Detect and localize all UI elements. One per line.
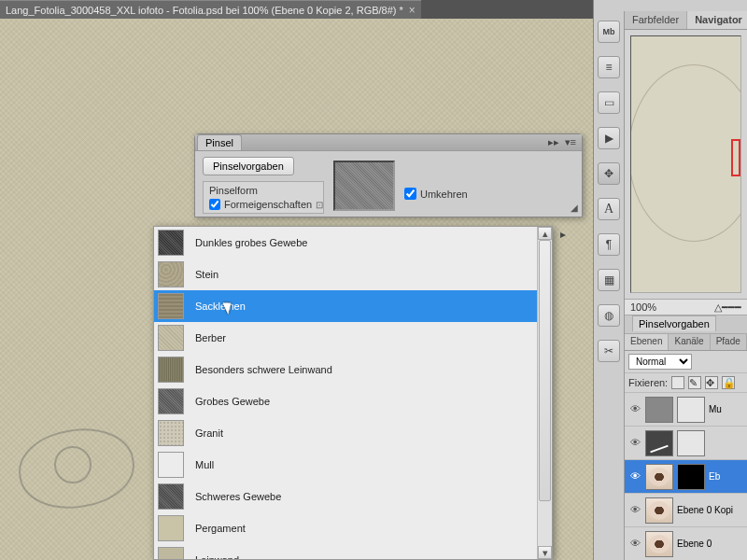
layer-thumbnail[interactable]: [645, 531, 673, 557]
texture-item[interactable]: Stein: [154, 259, 537, 290]
lock-transparency-icon[interactable]: [671, 376, 684, 389]
layer-thumbnail[interactable]: [677, 464, 705, 490]
visibility-icon[interactable]: 👁: [628, 470, 641, 483]
scroll-down-button[interactable]: ▾: [538, 546, 552, 559]
texture-item[interactable]: Besonders schwere Leinwand: [154, 354, 537, 385]
navigator-preview[interactable]: [630, 35, 741, 293]
tab-navigator[interactable]: Navigator: [687, 11, 747, 29]
scrollbar[interactable]: ▴ ▾: [537, 227, 552, 559]
lock-position-icon[interactable]: ✥: [705, 376, 718, 389]
texture-item[interactable]: Pergament: [154, 512, 537, 544]
history-tool-icon[interactable]: ▭: [598, 91, 620, 114]
mb-tool-icon[interactable]: Mb: [598, 21, 620, 43]
layer-row[interactable]: 👁Ebene 0: [625, 527, 747, 560]
texture-swatch: [158, 388, 184, 414]
texture-item[interactable]: Grobes Gewebe: [154, 385, 537, 417]
info-tool-icon[interactable]: ◍: [598, 304, 620, 327]
visibility-icon[interactable]: 👁: [628, 504, 641, 517]
adjust-icon: ⊡: [316, 200, 323, 210]
texture-label: Mull: [195, 459, 214, 470]
invert-input[interactable]: [404, 188, 416, 200]
layers-tabs: Ebenen Kanäle Pfade: [625, 334, 747, 351]
texture-swatch: [158, 357, 184, 383]
tab-layers[interactable]: Ebenen: [625, 334, 669, 350]
brush-panel-header[interactable]: Pinsel ▸▸ ▾≡: [195, 134, 582, 151]
brush-shape-title: Pinselform: [209, 185, 317, 196]
form-properties-input[interactable]: [209, 199, 220, 210]
file-tab[interactable]: Lang_Fotolia_3000458_XXL iofoto - Fotoli…: [0, 0, 421, 19]
scroll-thumb[interactable]: [539, 240, 551, 501]
texture-label: Berber: [195, 332, 226, 343]
texture-picker: Dunkles grobes GewebeSteinSackleinenBerb…: [153, 226, 553, 560]
layer-row[interactable]: 👁Eb: [625, 460, 747, 494]
layer-thumbnail[interactable]: [645, 497, 673, 524]
navigator-viewport-box[interactable]: [731, 139, 740, 176]
brush-presets-button[interactable]: Pinselvorgaben: [203, 157, 294, 175]
texture-item[interactable]: Schweres Gewebe: [154, 481, 537, 512]
lock-pixels-icon[interactable]: ✎: [688, 376, 701, 389]
texture-label: Granit: [195, 427, 223, 439]
panel-collapse-icon[interactable]: ▸▸: [548, 136, 559, 148]
swatch-tool-icon[interactable]: ▦: [598, 269, 620, 291]
actions-tool-icon[interactable]: ▶: [598, 127, 620, 149]
layer-row[interactable]: 👁: [625, 427, 747, 460]
layer-name[interactable]: Mu: [709, 404, 722, 414]
brush-tab[interactable]: Pinsel: [197, 134, 242, 150]
layer-thumbnail[interactable]: [645, 397, 673, 423]
texture-swatch: [158, 547, 184, 560]
invert-checkbox[interactable]: Umkehren: [404, 174, 468, 214]
texture-label: Dunkles grobes Gewebe: [195, 237, 307, 248]
layer-row[interactable]: 👁Ebene 0 Kopi: [625, 494, 747, 527]
visibility-icon[interactable]: 👁: [628, 403, 641, 416]
texture-label: Stein: [195, 269, 218, 280]
zoom-slider-icon[interactable]: △━━━: [714, 301, 741, 314]
texture-item[interactable]: Sackleinen: [154, 290, 537, 322]
texture-label: Grobes Gewebe: [195, 396, 270, 407]
texture-swatch: [158, 293, 184, 319]
texture-swatch: [158, 261, 184, 287]
layer-thumbnail[interactable]: [645, 464, 673, 490]
type-tool-icon[interactable]: A: [598, 198, 620, 220]
tab-paths[interactable]: Pfade: [711, 334, 747, 350]
paragraph-tool-icon[interactable]: ¶: [598, 233, 620, 256]
tab-channels[interactable]: Kanäle: [669, 334, 710, 350]
file-tab-bar: Lang_Fotolia_3000458_XXL iofoto - Fotoli…: [0, 0, 593, 19]
layer-name[interactable]: Ebene 0: [677, 539, 712, 549]
visibility-icon[interactable]: 👁: [628, 538, 641, 551]
zoom-value[interactable]: 100%: [630, 301, 656, 313]
blend-mode-select[interactable]: Normal: [628, 354, 692, 370]
texture-label: Sackleinen: [195, 301, 246, 312]
layer-row[interactable]: 👁Mu: [625, 393, 747, 427]
layer-name[interactable]: Eb: [709, 471, 720, 482]
texture-label: Schweres Gewebe: [195, 491, 281, 502]
texture-label: Leinwand: [195, 554, 239, 560]
texture-preview[interactable]: [333, 161, 395, 211]
form-properties-checkbox[interactable]: Formeigenschaften ⊡: [209, 199, 317, 210]
tab-swatches[interactable]: Farbfelder: [625, 11, 687, 29]
right-dock: Mb ≡ ▭ ▶ ✥ A ¶ ▦ ◍ ✂ Farbfelder Navigato…: [593, 0, 747, 560]
lock-all-icon[interactable]: 🔒: [722, 376, 735, 389]
texture-swatch: [158, 325, 184, 351]
close-icon[interactable]: ×: [409, 4, 416, 17]
panel-menu-icon[interactable]: ▾≡: [565, 136, 576, 148]
navigator-tabs: Farbfelder Navigator: [625, 11, 747, 30]
picker-arrow-icon[interactable]: ◢: [571, 203, 578, 213]
wrench-tool-icon[interactable]: ✂: [598, 340, 620, 362]
tab-brush-presets[interactable]: Pinselvorgaben: [632, 315, 716, 331]
layer-thumbnail[interactable]: [677, 430, 705, 456]
scroll-up-button[interactable]: ▴: [538, 227, 552, 240]
texture-item[interactable]: Dunkles grobes Gewebe: [154, 227, 537, 259]
texture-swatch: [158, 420, 184, 446]
flyout-arrow-icon[interactable]: ▸: [560, 228, 566, 241]
visibility-icon[interactable]: 👁: [628, 437, 641, 450]
texture-item[interactable]: Granit: [154, 417, 537, 449]
layer-thumbnail[interactable]: [645, 430, 673, 456]
texture-item[interactable]: Mull: [154, 449, 537, 481]
layer-name[interactable]: Ebene 0 Kopi: [677, 505, 733, 515]
brush-tool-icon[interactable]: ≡: [598, 56, 620, 78]
layer-thumbnail[interactable]: [677, 397, 705, 423]
move-tool-icon[interactable]: ✥: [598, 162, 620, 185]
texture-swatch: [158, 515, 184, 541]
texture-item[interactable]: Leinwand: [154, 544, 537, 559]
texture-item[interactable]: Berber: [154, 322, 537, 354]
